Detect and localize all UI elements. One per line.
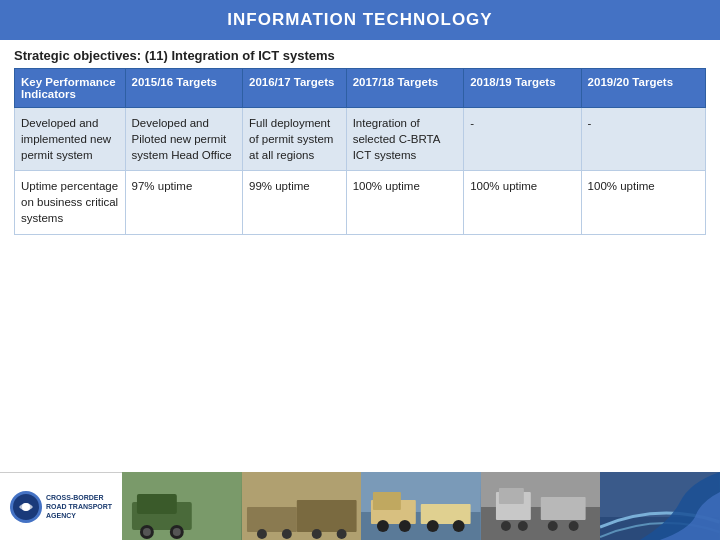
table-row: Uptime percentage on business critical s… <box>15 171 706 234</box>
table-row: Developed and implemented new permit sys… <box>15 108 706 171</box>
svg-point-15 <box>336 529 346 539</box>
svg-point-33 <box>569 521 579 531</box>
svg-rect-22 <box>421 504 471 524</box>
photo-2 <box>242 472 362 540</box>
logo-text: CROSS-BORDER ROAD TRANSPORT AGENCY <box>46 493 112 520</box>
row1-key: Developed and implemented new permit sys… <box>15 108 126 171</box>
svg-point-23 <box>427 520 439 532</box>
logo-area: CROSS-BORDER ROAD TRANSPORT AGENCY <box>0 472 122 540</box>
row2-2016: 99% uptime <box>243 171 347 234</box>
svg-rect-29 <box>541 497 586 520</box>
page-wrapper: INFORMATION TECHNOLOGY Strategic objecti… <box>0 0 720 540</box>
row2-2015: 97% uptime <box>125 171 242 234</box>
col-header-2019: 2019/20 Targets <box>581 69 705 108</box>
row1-2016: Full deployment of permit system at all … <box>243 108 347 171</box>
strategic-objectives-title: Strategic objectives: (11) Integration o… <box>0 40 720 68</box>
svg-rect-4 <box>137 494 177 514</box>
col-header-2015: 2015/16 Targets <box>125 69 242 108</box>
row1-2017: Integration of selected C-BRTA ICT syste… <box>346 108 463 171</box>
svg-point-14 <box>311 529 321 539</box>
svg-rect-28 <box>499 488 524 504</box>
svg-point-13 <box>282 529 292 539</box>
photo-1 <box>122 472 242 540</box>
logo-circle <box>10 491 42 523</box>
svg-rect-11 <box>297 500 357 532</box>
row2-2018: 100% uptime <box>464 171 581 234</box>
svg-rect-10 <box>247 507 297 532</box>
col-header-2016: 2016/17 Targets <box>243 69 347 108</box>
logo-box: CROSS-BORDER ROAD TRANSPORT AGENCY <box>10 491 112 523</box>
svg-point-21 <box>399 520 411 532</box>
photo-strip <box>122 472 720 540</box>
row2-2019: 100% uptime <box>581 171 705 234</box>
performance-table: Key Performance Indicators 2015/16 Targe… <box>14 68 706 235</box>
svg-point-32 <box>548 521 558 531</box>
svg-point-31 <box>518 521 528 531</box>
svg-point-30 <box>501 521 511 531</box>
header-title: INFORMATION TECHNOLOGY <box>227 10 492 29</box>
col-header-2017: 2017/18 Targets <box>346 69 463 108</box>
row1-2018: - <box>464 108 581 171</box>
photo-4 <box>481 472 601 540</box>
svg-point-7 <box>143 528 151 536</box>
table-header-row: Key Performance Indicators 2015/16 Targe… <box>15 69 706 108</box>
col-header-key: Key Performance Indicators <box>15 69 126 108</box>
svg-point-24 <box>453 520 465 532</box>
col-header-2018: 2018/19 Targets <box>464 69 581 108</box>
svg-point-12 <box>257 529 267 539</box>
row2-key: Uptime percentage on business critical s… <box>15 171 126 234</box>
page-header: INFORMATION TECHNOLOGY <box>0 0 720 40</box>
photo-5 <box>600 472 720 540</box>
svg-rect-19 <box>373 492 401 510</box>
main-table-container: Key Performance Indicators 2015/16 Targe… <box>0 68 720 472</box>
bottom-strip: CROSS-BORDER ROAD TRANSPORT AGENCY <box>0 472 720 540</box>
svg-point-20 <box>377 520 389 532</box>
svg-point-1 <box>22 503 30 511</box>
row2-2017: 100% uptime <box>346 171 463 234</box>
row1-2015: Developed and Piloted new permit system … <box>125 108 242 171</box>
photo-3 <box>361 472 481 540</box>
svg-point-8 <box>173 528 181 536</box>
row1-2019: - <box>581 108 705 171</box>
